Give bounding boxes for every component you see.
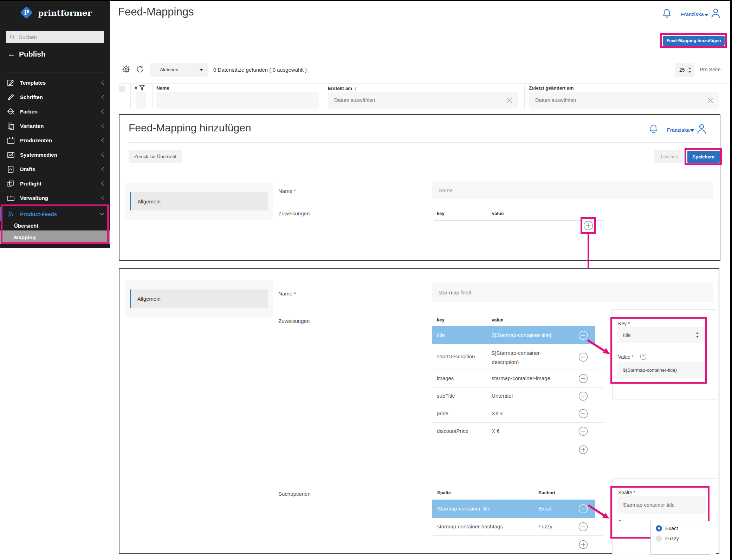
annotation-box-add-assignment xyxy=(581,217,596,234)
spalte-input[interactable]: Starmap-container-title xyxy=(617,496,706,514)
key-select[interactable]: title xyxy=(617,327,705,343)
column-header-suchart: Suchart xyxy=(538,490,555,495)
column-divider xyxy=(152,84,153,109)
sidebar-item-templates[interactable]: Templates xyxy=(0,76,110,90)
tab-allgemein[interactable]: Allgemein xyxy=(130,192,268,210)
per-page-select[interactable]: 25 xyxy=(675,63,694,77)
radio-selected-icon[interactable] xyxy=(656,525,662,532)
name-column-header[interactable]: Name xyxy=(156,85,169,91)
save-button[interactable]: Speichern xyxy=(687,151,720,163)
modified-date-filter[interactable] xyxy=(529,92,719,109)
refresh-icon[interactable] xyxy=(136,65,144,74)
bell-icon[interactable] xyxy=(649,124,658,135)
radio-unselected-icon[interactable] xyxy=(656,535,662,542)
name-input[interactable] xyxy=(438,289,708,296)
user-icon[interactable] xyxy=(696,123,707,135)
assignment-row[interactable]: images starmap-container-image xyxy=(432,370,604,387)
assignments-label: Zuweisungen xyxy=(278,318,310,324)
logo[interactable]: P printformer xyxy=(0,4,110,22)
chevron-left-icon xyxy=(101,181,104,186)
search-option-row-selected[interactable]: Starmap-container-title Exact xyxy=(432,500,595,518)
header-divider xyxy=(119,29,730,29)
id-column-header[interactable]: # xyxy=(135,85,137,91)
created-date-filter[interactable] xyxy=(328,92,518,109)
user-icon[interactable] xyxy=(710,7,721,19)
pdf-icon xyxy=(6,165,15,174)
panel-divider xyxy=(129,142,711,143)
add-feed-mapping-button[interactable]: Feed-Mapping hinzufügen xyxy=(663,36,725,46)
updown-icon xyxy=(688,67,691,73)
template-icon xyxy=(6,79,15,87)
delete-button[interactable]: Löschen xyxy=(654,150,685,163)
sidebar-item-systemmedien[interactable]: Systemmedien xyxy=(0,148,110,162)
user-name[interactable]: Franziska xyxy=(667,127,690,133)
created-column-header[interactable]: Erstellt am↓ xyxy=(328,85,357,91)
select-all-checkbox[interactable] xyxy=(119,86,125,92)
preflight-icon xyxy=(6,180,15,188)
minus-icon[interactable] xyxy=(578,426,588,436)
minus-icon[interactable] xyxy=(578,409,588,418)
chevron-left-icon xyxy=(101,109,104,114)
assignment-row[interactable]: subTitle Untertitel xyxy=(432,387,604,405)
sidebar-search[interactable] xyxy=(6,31,104,43)
name-filter-input[interactable] xyxy=(156,92,319,109)
user-caret-icon[interactable] xyxy=(704,14,708,16)
search-input[interactable] xyxy=(18,34,101,40)
clear-icon[interactable] xyxy=(707,97,713,103)
tab-allgemein[interactable]: Allgemein xyxy=(130,289,268,308)
calendar-icon xyxy=(6,136,15,145)
user-name[interactable]: Franziska xyxy=(681,12,704,17)
sidebar-item-farben[interactable]: Farben xyxy=(0,104,110,119)
plus-icon[interactable] xyxy=(579,540,588,549)
annotation-box-add-button: Feed-Mapping hinzufügen xyxy=(660,33,727,48)
clear-icon[interactable] xyxy=(506,97,512,103)
plus-icon[interactable] xyxy=(579,445,588,454)
assignment-row[interactable]: discountPrice X € xyxy=(432,422,604,440)
actions-dropdown[interactable]: Aktionen xyxy=(150,63,208,77)
help-icon[interactable]: ? xyxy=(640,353,647,360)
updown-icon xyxy=(696,332,699,338)
key-header: key xyxy=(437,211,445,216)
search-options-label: Suchoptionen xyxy=(278,491,311,497)
sidebar-item-produzenten[interactable]: Produzenten xyxy=(0,133,110,148)
radio-option-exact[interactable]: Exact xyxy=(656,525,710,532)
filter-icon[interactable] xyxy=(139,85,145,92)
plus-icon[interactable] xyxy=(583,221,593,230)
assignment-row[interactable]: shortDescription ${Starmap-container-des… xyxy=(432,344,604,370)
sidebar: P printformer ← Publish Templates Schrif… xyxy=(0,0,110,248)
search-option-row[interactable]: starmap-container-hashtags Fuzzy xyxy=(432,518,604,535)
id-filter-cell[interactable] xyxy=(136,92,146,109)
annotation-arrow-spalte-popup xyxy=(586,502,611,523)
name-field-label: Name * xyxy=(278,188,296,194)
chevron-left-icon xyxy=(101,95,104,100)
sidebar-item-varianten[interactable]: Varianten xyxy=(0,119,110,133)
value-input[interactable]: ${Starmap-container-title} xyxy=(617,362,705,378)
assignment-row[interactable]: price XX € xyxy=(432,405,604,422)
back-to-publish[interactable]: ← Publish xyxy=(8,50,46,58)
minus-icon[interactable] xyxy=(578,522,588,532)
name-field[interactable] xyxy=(432,181,713,199)
modified-date-input[interactable] xyxy=(535,97,707,103)
sidebar-item-schriften[interactable]: Schriften xyxy=(0,90,110,104)
minus-icon[interactable] xyxy=(578,391,588,401)
filled-feed-mapping-panel: Allgemein Name * Zuweisungen key value t… xyxy=(119,268,719,554)
sidebar-item-verwaltung[interactable]: Verwaltung xyxy=(0,191,110,205)
created-date-input[interactable] xyxy=(333,97,506,103)
panel-title: Feed-Mapping hinzufügen xyxy=(129,122,251,134)
gear-icon[interactable] xyxy=(122,65,131,74)
key-field-label: Key * xyxy=(618,321,630,326)
sidebar-item-preflight[interactable]: Preflight xyxy=(0,176,110,191)
bell-icon[interactable] xyxy=(662,8,672,19)
page-title: Feed-Mappings xyxy=(118,6,194,18)
sidebar-item-drafts[interactable]: Drafts xyxy=(0,162,110,176)
name-field[interactable] xyxy=(432,283,713,302)
back-to-overview-button[interactable]: Zurück zur Übersicht xyxy=(129,150,182,163)
assignment-row-selected[interactable]: title ${Starmap-container-title} xyxy=(432,326,595,344)
per-page-label: Pro Seite xyxy=(700,67,721,72)
modified-column-header[interactable]: Zuletzt geändert am xyxy=(529,85,574,91)
suchart-field-label: * xyxy=(619,519,621,524)
name-input[interactable] xyxy=(438,187,708,194)
minus-icon[interactable] xyxy=(578,374,588,383)
radio-option-fuzzy[interactable]: Fuzzy xyxy=(656,535,710,542)
user-caret-icon[interactable] xyxy=(690,129,694,132)
